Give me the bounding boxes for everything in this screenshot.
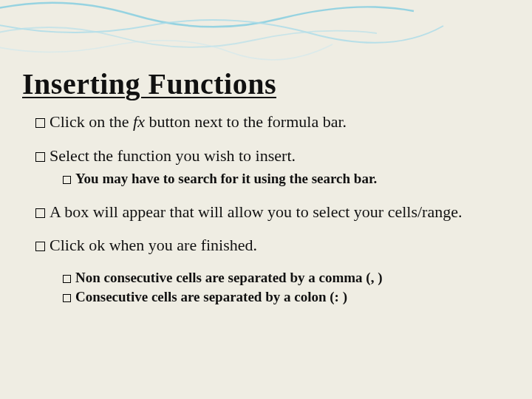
- square-bullet-icon: [63, 176, 71, 184]
- slide-title: Inserting Functions: [22, 66, 510, 101]
- bullet-2-text: Select the function you wish to insert.: [50, 146, 296, 165]
- square-bullet-icon: [35, 208, 45, 218]
- bullet-1-fx: fx: [133, 112, 145, 131]
- square-bullet-icon: [35, 242, 45, 251]
- bullet-4-sub2-text: Consecutive cells are separated by a col…: [75, 289, 347, 304]
- bullet-4-sub1-text: Non consecutive cells are separated by a…: [75, 270, 382, 285]
- square-bullet-icon: [63, 275, 71, 283]
- bullet-2: Select the function you wish to insert.: [35, 146, 510, 166]
- bullet-1-text-post: button next to the formula bar.: [145, 112, 347, 131]
- bullet-4-sub-1: Non consecutive cells are separated by a…: [63, 269, 510, 287]
- bullet-3-text: A box will appear that will allow you to…: [50, 202, 462, 221]
- bullet-2-sub: You may have to search for it using the …: [63, 170, 510, 188]
- bullet-4-text: Click ok when you are finished.: [50, 236, 257, 254]
- slide-content: Inserting Functions Click on the fx butt…: [22, 66, 510, 320]
- square-bullet-icon: [35, 152, 45, 162]
- decorative-swirls: [0, 0, 532, 74]
- square-bullet-icon: [35, 118, 45, 128]
- bullet-4-sub-2: Consecutive cells are separated by a col…: [63, 288, 510, 307]
- bullet-2-sub-text: You may have to search for it using the …: [75, 171, 377, 186]
- square-bullet-icon: [63, 294, 71, 302]
- bullet-1-text-pre: Click on the: [50, 112, 133, 131]
- bullet-4: Click ok when you are finished.: [35, 235, 510, 256]
- bullet-3: A box will appear that will allow you to…: [35, 202, 510, 222]
- bullet-1: Click on the fx button next to the formu…: [35, 112, 510, 132]
